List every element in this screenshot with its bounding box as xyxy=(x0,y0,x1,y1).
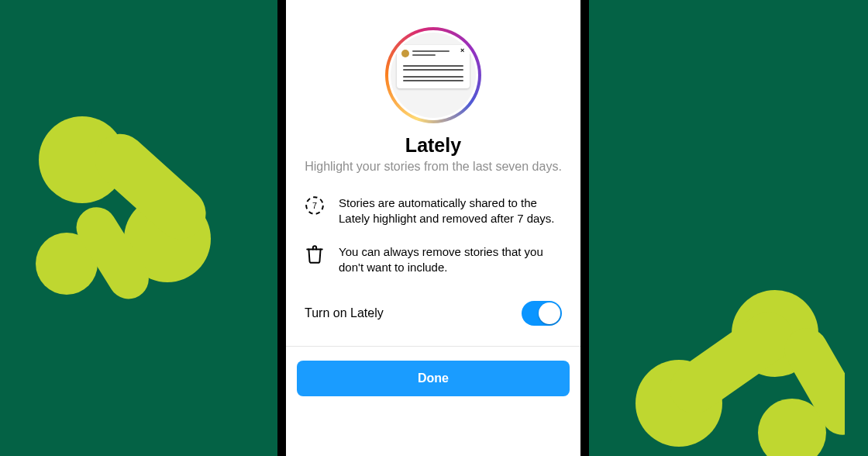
svg-text:7: 7 xyxy=(312,201,317,210)
promo-stage: × Lately Highlight your stories from the… xyxy=(0,0,868,456)
story-thumbnail: × xyxy=(391,33,476,118)
trash-icon xyxy=(305,244,325,264)
info-row: You can always remove stories that you d… xyxy=(305,244,562,275)
lately-toggle[interactable] xyxy=(522,301,562,326)
info-row: 7 Stories are automatically shared to th… xyxy=(305,195,562,226)
info-text: You can always remove stories that you d… xyxy=(339,244,562,275)
phone-screen: × Lately Highlight your stories from the… xyxy=(286,0,580,456)
done-button[interactable]: Done xyxy=(297,361,570,396)
highlight-ring: × xyxy=(385,27,481,123)
toggle-knob xyxy=(539,302,560,324)
decorative-blob-right xyxy=(612,287,845,456)
sheet-subtitle: Highlight your stories from the last sev… xyxy=(286,160,580,174)
info-list: 7 Stories are automatically shared to th… xyxy=(286,195,580,275)
sheet-title: Lately xyxy=(286,134,580,157)
lately-sheet: × Lately Highlight your stories from the… xyxy=(286,2,580,456)
info-text: Stories are automatically shared to the … xyxy=(339,195,562,226)
divider xyxy=(286,346,580,347)
toggle-label: Turn on Lately xyxy=(305,306,384,320)
seven-dashed-icon: 7 xyxy=(305,195,325,216)
phone-frame: × Lately Highlight your stories from the… xyxy=(277,0,589,456)
toggle-row: Turn on Lately xyxy=(286,293,580,326)
decorative-blob-left xyxy=(22,99,239,316)
